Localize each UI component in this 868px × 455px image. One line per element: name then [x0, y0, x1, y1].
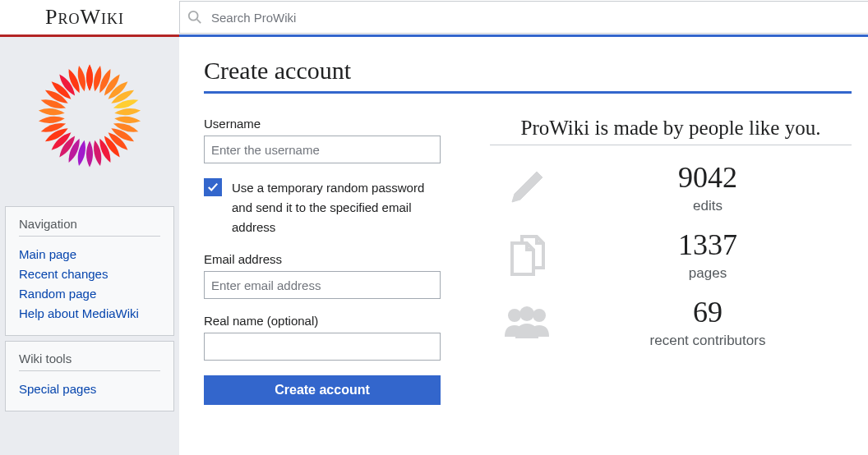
- top-bar: ProWiki: [0, 0, 868, 34]
- nav-random-page[interactable]: Random page: [19, 284, 160, 304]
- username-input[interactable]: [204, 136, 441, 163]
- search-input[interactable]: [179, 1, 868, 34]
- site-name[interactable]: ProWiki: [0, 5, 179, 30]
- realname-label: Real name (optional): [204, 314, 441, 328]
- svg-point-3: [533, 309, 546, 322]
- signup-form: Username Use a temporary random password…: [204, 117, 441, 405]
- tools-special-pages[interactable]: Special pages: [19, 379, 160, 399]
- temp-password-checkbox[interactable]: [204, 178, 222, 196]
- svg-point-0: [189, 11, 198, 21]
- logo[interactable]: [0, 37, 179, 201]
- email-input[interactable]: [204, 271, 441, 299]
- contributors-count: 69: [564, 295, 852, 329]
- search-icon: [187, 10, 202, 25]
- realname-input[interactable]: [204, 333, 441, 361]
- content: Create account Username Use a temporary …: [179, 37, 868, 455]
- svg-line-1: [197, 20, 201, 24]
- checkmark-icon: [207, 182, 219, 193]
- edits-label: edits: [564, 198, 852, 214]
- svg-point-2: [508, 309, 521, 322]
- email-label: Email address: [204, 252, 441, 266]
- nav-recent-changes[interactable]: Recent changes: [19, 264, 160, 284]
- tools-title: Wiki tools: [19, 352, 160, 371]
- contributors-label: recent contributors: [564, 333, 852, 349]
- search-wrap: [179, 1, 868, 34]
- edits-count: 9042: [564, 160, 852, 195]
- stats-title: ProWiki is made by people like you.: [490, 117, 852, 145]
- sidebar: Navigation Main page Recent changes Rand…: [0, 37, 179, 455]
- create-account-button[interactable]: Create account: [204, 375, 441, 405]
- nav-main-page[interactable]: Main page: [19, 245, 160, 264]
- nav-help[interactable]: Help about MediaWiki: [19, 304, 160, 324]
- stats-panel: ProWiki is made by people like you. 9042…: [490, 117, 868, 405]
- pages-icon: [490, 228, 564, 281]
- nav-box: Navigation Main page Recent changes Rand…: [5, 206, 174, 336]
- pencil-icon: [490, 163, 564, 212]
- page-title: Create account: [204, 57, 852, 94]
- pages-label: pages: [564, 265, 852, 282]
- username-label: Username: [204, 117, 441, 131]
- tools-box: Wiki tools Special pages: [5, 341, 174, 411]
- temp-password-label: Use a temporary random password and send…: [232, 178, 441, 237]
- people-icon: [490, 304, 564, 340]
- svg-point-4: [519, 306, 534, 321]
- sunburst-logo-icon: [24, 50, 155, 182]
- pages-count: 1337: [564, 228, 852, 262]
- nav-title: Navigation: [19, 217, 160, 237]
